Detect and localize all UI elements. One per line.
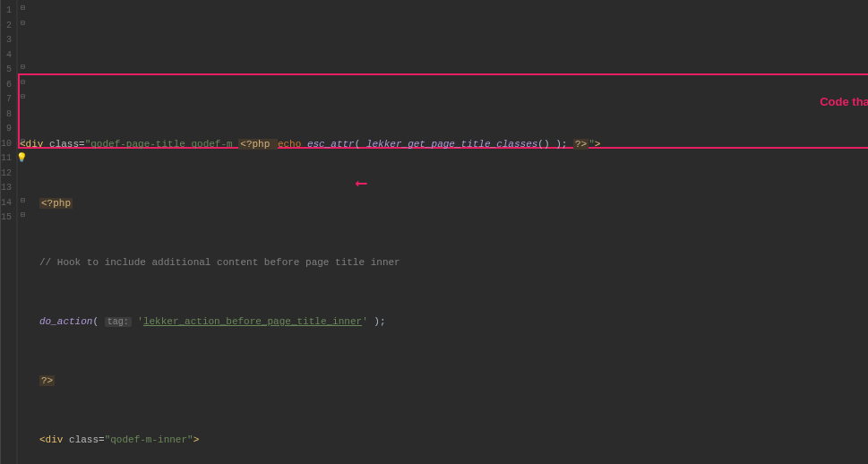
- line-num: 9: [1, 122, 12, 137]
- code-editor[interactable]: Code that creates the title ⟵ <div class…: [18, 0, 868, 464]
- line-num: 5: [1, 63, 12, 78]
- code-line[interactable]: do_action( tag: 'lekker_action_before_pa…: [20, 314, 868, 330]
- line-number-gutter: 1 2 3 4 5 6 7 8 9 10 11 12 13 14 15: [1, 0, 17, 464]
- code-line[interactable]: <div class="qodef-page-title qodef-m <?p…: [20, 137, 868, 152]
- code-line[interactable]: ?>: [20, 374, 868, 389]
- line-num: 15: [1, 211, 12, 226]
- line-num: 10: [1, 137, 12, 152]
- line-num: 6: [1, 78, 12, 93]
- annotation-text: Code that creates: [820, 95, 868, 108]
- line-num: 1: [1, 4, 12, 19]
- line-num: 7: [1, 92, 12, 107]
- code-line[interactable]: // Hook to include additional content be…: [20, 255, 868, 271]
- annotation-arrow-icon: ⟵: [357, 176, 366, 192]
- line-num: 3: [1, 33, 12, 48]
- line-num: 12: [1, 167, 12, 182]
- line-num: 2: [1, 19, 12, 34]
- line-num: 11: [1, 151, 12, 167]
- code-line[interactable]: <div class="qodef-m-inner">: [20, 433, 868, 448]
- line-num: 13: [1, 181, 12, 196]
- line-num: 14: [1, 196, 12, 211]
- line-num: 8: [1, 107, 12, 123]
- code-line[interactable]: <?php: [20, 196, 868, 211]
- line-num: 4: [1, 48, 12, 64]
